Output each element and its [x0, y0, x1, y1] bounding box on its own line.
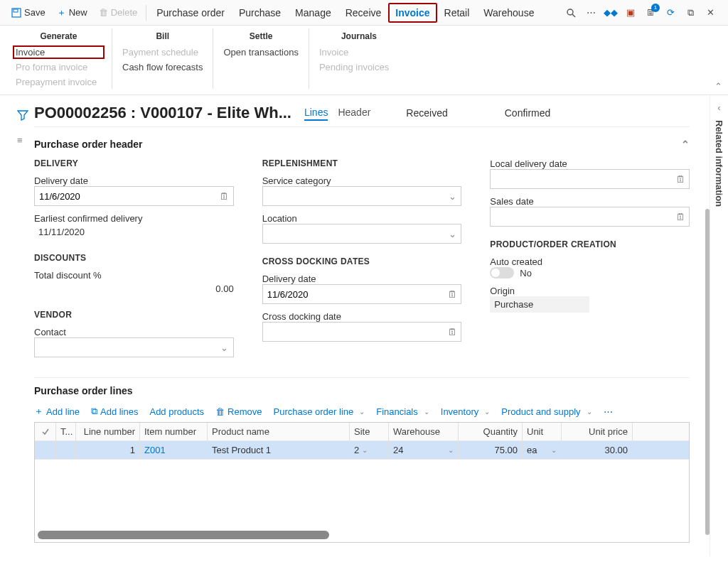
chevron-down-icon[interactable]: ⌄ — [444, 191, 461, 202]
calendar-icon[interactable]: 🗓 — [444, 327, 461, 337]
chevron-down-icon: ⌄ — [424, 408, 429, 416]
cell-site[interactable]: 2⌄ — [350, 441, 389, 459]
ribbon-item-open-trans[interactable]: Open transactions — [220, 45, 301, 59]
refresh-icon[interactable]: ⟳ — [664, 6, 677, 19]
ribbon-item-pending: Pending invoices — [316, 60, 402, 74]
col-select[interactable] — [35, 423, 56, 440]
new-button[interactable]: ＋ New — [51, 4, 93, 22]
page-header: PO00002256 : V000107 - Elite Wh... Lines… — [34, 104, 690, 127]
vertical-scrollbar[interactable] — [705, 209, 710, 535]
horizontal-scrollbar[interactable] — [38, 531, 686, 539]
input-loc[interactable]: ⌄ — [262, 224, 462, 244]
btn-remove[interactable]: 🗑Remove — [215, 406, 262, 417]
dd-fin[interactable]: Financials⌄ — [376, 406, 429, 417]
btn-add-products[interactable]: Add products — [149, 406, 204, 417]
cell-unit[interactable]: ea⌄ — [523, 441, 562, 459]
input-delivery-date[interactable]: 🗓 — [34, 186, 234, 206]
apps-icon[interactable]: ◆◆ — [604, 6, 617, 19]
tab-receive[interactable]: Receive — [338, 3, 389, 23]
cell-prod: Test Product 1 — [208, 441, 350, 459]
tab-purchase-order[interactable]: Purchase order — [149, 3, 232, 23]
col-qty[interactable]: Quantity — [459, 423, 523, 440]
col-wh[interactable]: Warehouse — [389, 423, 459, 440]
input-svc[interactable]: ⌄ — [262, 186, 462, 206]
svc-field[interactable] — [263, 191, 444, 202]
more-icon[interactable]: ⋯ — [584, 6, 597, 19]
col-item[interactable]: Item number — [140, 423, 208, 440]
save-button[interactable]: Save — [6, 4, 51, 21]
collapse-ribbon-icon[interactable]: ⌃ — [714, 81, 722, 92]
col-unit[interactable]: Unit — [523, 423, 562, 440]
col-prod[interactable]: Product name — [208, 423, 350, 440]
tab-invoice[interactable]: Invoice — [388, 3, 437, 23]
fasttab-header-lines[interactable]: Purchase order lines — [34, 377, 690, 401]
input-contact[interactable]: ⌄ — [34, 337, 234, 357]
status-group: Received Confirmed — [406, 107, 550, 119]
contact-field[interactable] — [35, 342, 216, 353]
notif-badge: 1 — [651, 4, 660, 12]
chevron-down-icon[interactable]: ⌄ — [216, 342, 233, 353]
calendar-icon[interactable]: 🗓 — [216, 191, 233, 202]
notification-icon[interactable]: 🗎1 — [644, 6, 657, 19]
close-icon[interactable]: ✕ — [704, 6, 717, 19]
btn-add-lines[interactable]: ⧉Add lines — [91, 406, 138, 417]
related-info-label[interactable]: Related information — [714, 120, 724, 207]
btn-add-line[interactable]: ＋Add line — [34, 405, 80, 418]
calendar-icon[interactable]: 🗓 — [444, 289, 461, 300]
ribbon-item-prepayment: Prepayment invoice — [13, 75, 105, 89]
label-contact: Contact — [34, 327, 234, 337]
cross-c-field[interactable] — [263, 327, 444, 337]
loc-field[interactable] — [263, 229, 444, 239]
edit-icon[interactable]: ≡ — [17, 135, 23, 146]
label-svc: Service category — [262, 175, 462, 186]
ldd-field[interactable] — [491, 174, 672, 185]
group-poc: PRODUCT/ORDER CREATION — [490, 239, 690, 249]
label-loc: Location — [262, 213, 462, 224]
cross-d-field[interactable] — [263, 289, 444, 300]
label-auto: Auto created — [490, 256, 690, 267]
col-site[interactable]: Site — [350, 423, 389, 440]
delivery-date-field[interactable] — [35, 191, 216, 202]
col-2: REPLENISHMENT Service category ⌄ Locatio… — [262, 158, 462, 357]
input-sd[interactable]: 🗓 — [490, 207, 690, 227]
sd-field[interactable] — [491, 212, 672, 222]
col-t[interactable]: T... — [56, 423, 76, 440]
dd-pol[interactable]: Purchase order line⌄ — [274, 406, 365, 417]
col-price[interactable]: Unit price — [562, 423, 633, 440]
cell-wh[interactable]: 24⌄ — [389, 441, 459, 459]
fasttab-header-po-header[interactable]: Purchase order header ⌃ — [34, 134, 690, 154]
scroll-thumb[interactable] — [38, 531, 329, 539]
tab-purchase[interactable]: Purchase — [232, 3, 288, 23]
tab-retail[interactable]: Retail — [437, 3, 477, 23]
calendar-icon[interactable]: 🗓 — [672, 174, 689, 185]
search-icon[interactable] — [564, 6, 577, 19]
ribbon-item-invoice[interactable]: Invoice — [13, 45, 105, 59]
value-origin: Purchase — [490, 296, 589, 313]
tab-manage[interactable]: Manage — [288, 3, 338, 23]
office-icon[interactable]: ▣ — [624, 6, 637, 19]
grid-data-row[interactable]: 1 Z001 Test Product 1 2⌄ 24⌄ 75.00 ea⌄ 3… — [35, 441, 689, 460]
ribbon-item-cash-flow[interactable]: Cash flow forecasts — [119, 60, 205, 74]
dd-inv[interactable]: Inventory⌄ — [441, 406, 490, 417]
cell-select[interactable] — [35, 441, 56, 459]
input-cross-d[interactable]: 🗓 — [262, 284, 462, 304]
input-cross-c[interactable]: 🗓 — [262, 322, 462, 342]
chevron-up-icon[interactable]: ⌃ — [681, 139, 690, 150]
view-tab-lines[interactable]: Lines — [304, 105, 328, 121]
input-ldd[interactable]: 🗓 — [490, 169, 690, 189]
popout-icon[interactable]: ⧉ — [684, 6, 697, 19]
grid-toolbar: ＋Add line ⧉Add lines Add products 🗑Remov… — [34, 401, 690, 422]
dd-pas[interactable]: Product and supply⌄ — [501, 406, 592, 417]
col-ln[interactable]: Line number — [76, 423, 140, 440]
ribbon-title-generate: Generate — [13, 28, 105, 45]
tab-warehouse[interactable]: Warehouse — [476, 3, 541, 23]
chevron-left-icon[interactable]: ‹ — [717, 102, 720, 113]
chevron-down-icon: ⌄ — [362, 446, 368, 454]
calendar-icon[interactable]: 🗓 — [672, 212, 689, 222]
chevron-down-icon[interactable]: ⌄ — [444, 229, 461, 239]
cell-item[interactable]: Z001 — [140, 441, 208, 459]
more-icon[interactable]: ⋯ — [604, 406, 613, 417]
view-tab-header[interactable]: Header — [338, 105, 370, 121]
filter-icon[interactable] — [17, 109, 28, 121]
toggle-auto[interactable] — [490, 267, 514, 278]
